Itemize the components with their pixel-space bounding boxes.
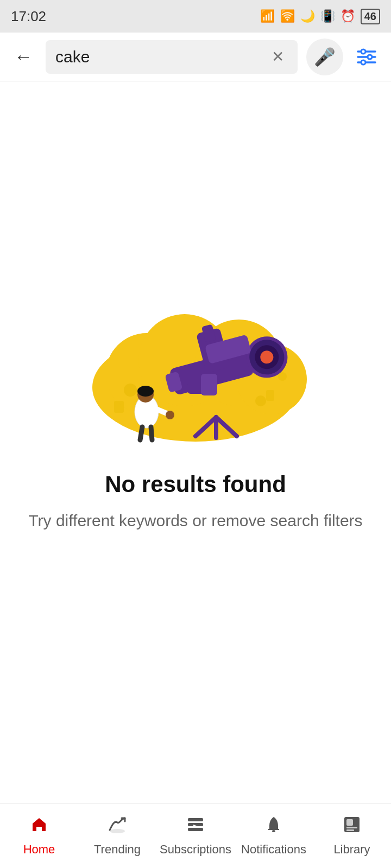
moon-icon: 🌙 — [300, 9, 315, 23]
svg-rect-41 — [272, 830, 275, 832]
microphone-icon: 🎤 — [314, 47, 336, 67]
library-icon — [342, 815, 362, 839]
nav-label-home: Home — [23, 843, 55, 857]
alarm-icon: ⏰ — [340, 9, 355, 23]
no-results-title: No results found — [105, 471, 286, 497]
svg-rect-37 — [188, 818, 203, 821]
subscriptions-icon — [186, 815, 205, 839]
no-results-subtitle: Try different keywords or remove search … — [28, 508, 362, 533]
microphone-button[interactable]: 🎤 — [306, 39, 343, 75]
wifi-icon: 🛜 — [280, 9, 295, 23]
filter-button[interactable] — [352, 42, 381, 72]
status-icons: 📶 🛜 🌙 📳 ⏰ 46 — [260, 9, 380, 24]
search-bar: ← ✕ 🎤 — [0, 33, 391, 81]
vibrate-icon: 📳 — [320, 9, 335, 23]
trending-icon — [108, 815, 127, 839]
search-input-wrapper: ✕ — [46, 40, 298, 74]
svg-point-3 — [361, 49, 365, 54]
svg-rect-15 — [266, 390, 274, 401]
svg-rect-45 — [346, 829, 354, 831]
clear-icon: ✕ — [272, 48, 284, 66]
notifications-icon — [264, 815, 283, 839]
main-content: No results found Try different keywords … — [0, 81, 391, 803]
svg-rect-14 — [114, 401, 124, 413]
nav-label-trending: Trending — [94, 843, 141, 857]
home-icon — [29, 815, 49, 839]
status-bar: 17:02 📶 🛜 🌙 📳 ⏰ 46 — [0, 0, 391, 33]
svg-point-4 — [368, 55, 372, 59]
svg-point-29 — [137, 386, 154, 397]
svg-point-12 — [255, 395, 266, 406]
bottom-nav: Home Trending Subscriptions — [0, 803, 391, 868]
svg-rect-43 — [346, 819, 353, 826]
nav-label-notifications: Notifications — [241, 843, 306, 857]
svg-point-11 — [124, 384, 137, 397]
back-button[interactable]: ← — [10, 43, 37, 71]
svg-rect-35 — [201, 374, 217, 395]
clear-button[interactable]: ✕ — [267, 47, 288, 67]
nav-item-subscriptions[interactable]: Subscriptions — [156, 815, 235, 857]
svg-point-5 — [361, 60, 365, 65]
no-results-illustration — [81, 298, 310, 444]
svg-line-32 — [140, 427, 142, 440]
nav-item-trending[interactable]: Trending — [78, 815, 156, 857]
svg-point-36 — [110, 829, 125, 833]
filter-icon — [356, 46, 377, 68]
nav-label-library: Library — [333, 843, 370, 857]
battery-level: 46 — [361, 9, 380, 24]
nav-item-notifications[interactable]: Notifications — [235, 815, 313, 857]
back-arrow-icon: ← — [14, 46, 33, 67]
nav-label-subscriptions: Subscriptions — [160, 843, 231, 857]
status-time: 17:02 — [11, 8, 46, 25]
svg-line-33 — [151, 427, 152, 440]
svg-rect-39 — [188, 828, 203, 831]
svg-point-31 — [166, 411, 174, 419]
nav-item-library[interactable]: Library — [313, 815, 391, 857]
nav-item-home[interactable]: Home — [0, 815, 78, 857]
search-input[interactable] — [55, 48, 262, 66]
svg-rect-44 — [346, 827, 357, 828]
signal-icon: 📶 — [260, 9, 275, 23]
